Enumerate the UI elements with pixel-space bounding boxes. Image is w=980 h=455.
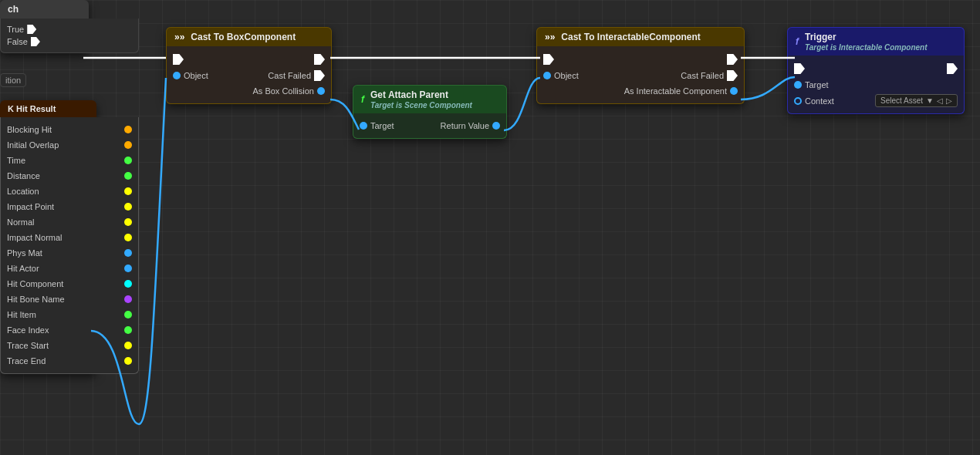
get-attach-return-label: Return Value	[441, 121, 489, 130]
context-dropdown-arrow: ▼	[926, 96, 934, 105]
blueprint-canvas[interactable]: ch True False ition K Hit Result Blockin…	[0, 0, 980, 455]
trigger-context-left: Context	[794, 96, 834, 106]
cast-box-header: »» Cast To BoxComponent	[166, 27, 332, 46]
hit-item-label: Hit Item	[7, 310, 36, 319]
trigger-subtitle: Target is Interactable Component	[805, 43, 928, 52]
cast-interactable-as-row: As Interactable Component	[537, 83, 744, 99]
get-attach-return-pin	[492, 122, 500, 130]
trace-end-row: Trace End	[1, 353, 138, 369]
trigger-exec-out	[947, 63, 958, 74]
cast-failed-pin	[314, 70, 325, 81]
time-row: Time	[1, 153, 138, 168]
get-attach-func-icon: f	[361, 94, 364, 105]
blocking-hit-label: Blocking Hit	[7, 125, 52, 134]
hit-bone-row: Hit Bone Name	[1, 292, 138, 307]
impact-normal-pin	[124, 234, 132, 241]
cast-interactable-exec-row	[537, 51, 744, 68]
cast-interactable-cast-failed-label: Cast Failed	[681, 71, 724, 80]
context-dropdown-back[interactable]: ◁	[937, 96, 943, 105]
phys-mat-pin	[124, 249, 132, 257]
hit-item-pin	[124, 311, 132, 318]
trigger-exec-in	[794, 63, 805, 74]
trace-end-label: Trace End	[7, 356, 46, 366]
false-exec-pin	[31, 37, 40, 46]
trigger-target-pin	[794, 81, 802, 89]
cast-interactable-body: Object Cast Failed As Interactable Compo…	[536, 46, 745, 104]
get-attach-target-left: Target	[360, 121, 394, 130]
trigger-target-left: Target	[794, 80, 829, 89]
cast-interactable-cast-failed-pin	[727, 70, 738, 81]
trigger-body: Target Context Select Asset ▼ ◁ ▷	[787, 56, 965, 114]
hit-actor-label: Hit Actor	[7, 264, 39, 273]
impact-point-pin	[124, 203, 132, 211]
normal-label: Normal	[7, 217, 34, 227]
as-interactable-label: As Interactable Component	[624, 86, 727, 96]
face-index-label: Face Index	[7, 325, 49, 335]
hit-result-node: K Hit Result Blocking Hit Initial Overla…	[0, 100, 96, 374]
hit-component-label: Hit Component	[7, 279, 63, 288]
cast-interactable-exec-in	[543, 54, 554, 65]
cast-box-object-label: Object	[184, 71, 208, 80]
get-attach-pins-row: Target Return Value	[353, 118, 506, 133]
trace-start-row: Trace Start	[1, 338, 138, 353]
cast-interactable-title: Cast To InteractableComponent	[561, 32, 700, 42]
hit-result-title: K Hit Result	[8, 104, 56, 113]
hit-actor-pin	[124, 265, 132, 272]
hit-component-row: Hit Component	[1, 276, 138, 292]
initial-overlap-label: Initial Overlap	[7, 140, 59, 150]
cast-box-object-row: Object Cast Failed	[167, 68, 331, 83]
as-interactable-pin	[730, 87, 738, 95]
search-stub-header: ch	[0, 0, 89, 19]
trigger-title: Trigger	[805, 32, 928, 42]
hit-bone-pin	[124, 295, 132, 303]
search-stub-node: ch True False	[0, 0, 89, 53]
hit-bone-label: Hit Bone Name	[7, 295, 65, 304]
as-box-collision-label: As Box Collision	[253, 86, 314, 96]
trigger-context-dropdown[interactable]: Select Asset ▼ ◁ ▷	[875, 94, 958, 107]
cast-interactable-object-left: Object	[543, 71, 579, 80]
impact-point-label: Impact Point	[7, 202, 54, 211]
cast-interactable-object-label: Object	[554, 71, 579, 80]
cast-box-object-left: Object	[173, 71, 208, 80]
get-attach-target-label: Target	[370, 121, 394, 130]
initial-overlap-row: Initial Overlap	[1, 137, 138, 153]
face-index-row: Face Index	[1, 322, 138, 338]
location-label: Location	[7, 187, 39, 196]
context-dropdown-forward[interactable]: ▷	[946, 96, 952, 105]
face-index-pin	[124, 326, 132, 334]
trigger-func-icon: f	[796, 36, 799, 47]
cast-box-title: Cast To BoxComponent	[191, 32, 296, 42]
cast-failed-label: Cast Failed	[268, 71, 311, 80]
impact-point-row: Impact Point	[1, 199, 138, 214]
trigger-target-row: Target	[788, 77, 964, 93]
get-attach-return-right: Return Value	[441, 121, 500, 130]
location-pin	[124, 187, 132, 195]
distance-row: Distance	[1, 168, 138, 184]
context-dropdown-label: Select Asset	[880, 96, 923, 105]
distance-label: Distance	[7, 171, 40, 180]
hit-result-body: Blocking Hit Initial Overlap Time Distan…	[0, 117, 139, 374]
cast-box-exec-row	[167, 51, 331, 68]
impact-normal-row: Impact Normal	[1, 230, 138, 245]
trigger-context-label: Context	[805, 96, 834, 106]
trace-end-pin	[124, 357, 132, 365]
cast-box-icon: »»	[174, 32, 184, 42]
phys-mat-row: Phys Mat	[1, 245, 138, 261]
blocking-hit-pin	[124, 126, 132, 133]
condition-stub: ition	[0, 73, 26, 87]
cast-interactable-exec-out	[727, 54, 738, 65]
impact-normal-label: Impact Normal	[7, 233, 63, 242]
normal-row: Normal	[1, 214, 138, 230]
initial-overlap-pin	[124, 141, 132, 149]
trigger-header: f Trigger Target is Interactable Compone…	[787, 27, 965, 56]
trigger-exec-row	[788, 60, 964, 77]
get-attach-target-pin	[360, 122, 367, 130]
as-interactable-right: As Interactable Component	[624, 86, 738, 96]
trigger-context-pin	[794, 97, 802, 105]
true-row: True	[1, 23, 138, 35]
cast-box-as-box-row: As Box Collision	[167, 83, 331, 99]
cast-box-exec-out	[314, 54, 325, 65]
trace-start-pin	[124, 342, 132, 349]
cast-box-object-pin	[173, 72, 181, 79]
hit-item-row: Hit Item	[1, 307, 138, 322]
